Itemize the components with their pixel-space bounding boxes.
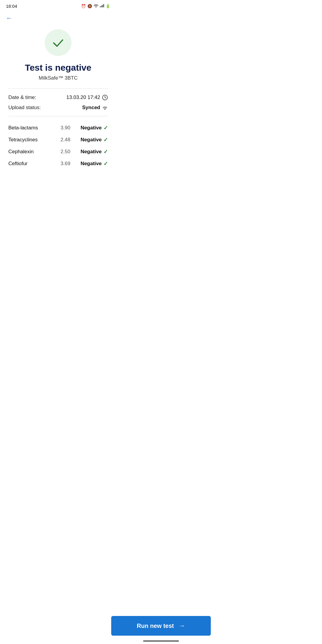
result-row: Cephalexin 2.50 Negative ✓ xyxy=(8,148,108,155)
sync-wifi-icon xyxy=(102,105,108,110)
back-arrow-icon: ← xyxy=(6,14,13,22)
date-value: 13.03.20 17:42 xyxy=(66,95,108,100)
back-button[interactable]: ← xyxy=(0,11,116,24)
date-label: Date & time: xyxy=(8,95,36,100)
result-title: Test is negative xyxy=(25,63,92,73)
alarm-icon: ⏰ xyxy=(81,4,86,8)
signal-icon xyxy=(100,4,104,8)
analyte-check-icon: ✓ xyxy=(103,148,108,155)
analyte-name: Ceftiofur xyxy=(8,161,52,167)
analyte-status: Negative ✓ xyxy=(75,125,108,131)
analyte-value: 2.50 xyxy=(52,149,70,155)
divider-2 xyxy=(8,116,108,116)
result-icon-circle xyxy=(45,29,72,56)
upload-value: Synced xyxy=(82,105,108,111)
analyte-value: 3.69 xyxy=(52,161,70,167)
upload-label: Upload status: xyxy=(8,105,41,111)
result-row: Tetracyclines 2.48 Negative ✓ xyxy=(8,137,108,143)
mute-icon: 🔕 xyxy=(87,4,92,8)
analyte-status: Negative ✓ xyxy=(75,137,108,143)
info-section: Date & time: 13.03.20 17:42 Upload statu… xyxy=(8,95,108,116)
analyte-name: Beta-lactams xyxy=(8,125,52,131)
wifi-icon xyxy=(94,4,98,8)
result-row: Ceftiofur 3.69 Negative ✓ xyxy=(8,160,108,167)
analyte-check-icon: ✓ xyxy=(103,160,108,167)
analyte-status: Negative ✓ xyxy=(75,148,108,155)
clock-icon xyxy=(102,95,108,100)
analyte-status: Negative ✓ xyxy=(75,160,108,167)
result-row: Beta-lactams 3.90 Negative ✓ xyxy=(8,125,108,131)
status-time: 18:04 xyxy=(6,4,17,9)
svg-rect-1 xyxy=(101,6,102,7)
battery-icon: 🔋 xyxy=(106,4,110,8)
main-content: Test is negative MilkSafe™ 3BTC Date & t… xyxy=(0,24,116,172)
date-row: Date & time: 13.03.20 17:42 xyxy=(8,95,108,100)
upload-row: Upload status: Synced xyxy=(8,105,108,111)
analyte-value: 2.48 xyxy=(52,137,70,143)
results-section: Beta-lactams 3.90 Negative ✓ Tetracyclin… xyxy=(8,122,108,172)
analyte-check-icon: ✓ xyxy=(103,137,108,143)
svg-rect-2 xyxy=(102,5,103,7)
status-icons: ⏰ 🔕 🔋 xyxy=(81,4,110,8)
svg-rect-0 xyxy=(100,6,100,7)
analyte-value: 3.90 xyxy=(52,125,70,131)
svg-rect-3 xyxy=(103,4,104,7)
analyte-name: Cephalexin xyxy=(8,149,52,155)
result-subtitle: MilkSafe™ 3BTC xyxy=(39,75,78,81)
divider-1 xyxy=(8,88,108,89)
status-bar: 18:04 ⏰ 🔕 🔋 xyxy=(0,0,116,11)
analyte-name: Tetracyclines xyxy=(8,137,52,143)
check-icon xyxy=(51,36,65,49)
analyte-check-icon: ✓ xyxy=(103,125,108,131)
